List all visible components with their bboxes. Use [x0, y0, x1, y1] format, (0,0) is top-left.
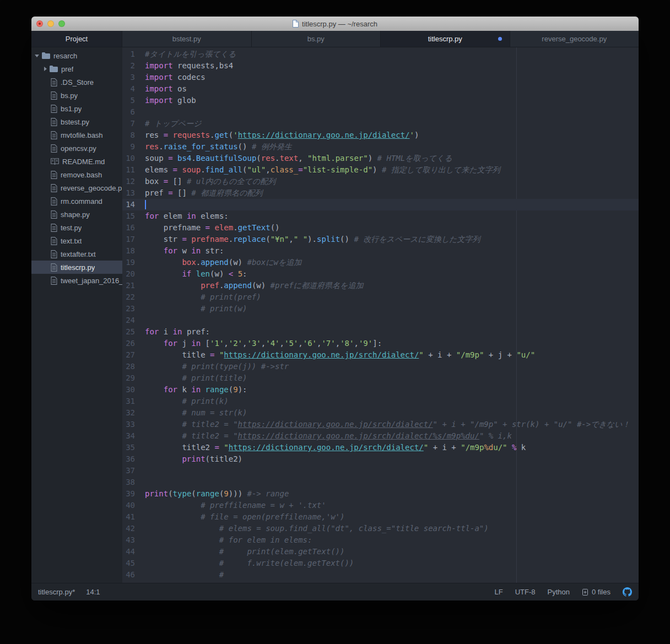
code-line[interactable]: 27 title = "https://dictionary.goo.ne.jp…	[122, 349, 639, 361]
code-line[interactable]: 36 print(title2)	[122, 453, 639, 465]
tree-item-mvtofile.bash[interactable]: mvtofile.bash	[31, 128, 122, 142]
unsaved-dot-icon	[39, 23, 41, 25]
tree-item-bstest.py[interactable]: bstest.py	[31, 115, 122, 128]
code-line[interactable]: 8res = requests.get('https://dictionary.…	[122, 129, 639, 141]
code-line[interactable]: 17 str = prefname.replace("¥n"," ").spli…	[122, 234, 639, 245]
tree-item-shape.py[interactable]: shape.py	[31, 208, 122, 221]
tree-item-remove.bash[interactable]: remove.bash	[31, 168, 122, 181]
status-encoding[interactable]: UTF-8	[515, 588, 536, 596]
status-filename[interactable]: titlescrp.py*	[38, 588, 75, 596]
github-icon[interactable]	[623, 587, 632, 597]
code-line[interactable]: 14	[122, 199, 639, 210]
tree-item-resarch[interactable]: resarch	[31, 49, 122, 62]
tab-bs.py[interactable]: bs.py	[252, 31, 381, 47]
code-line[interactable]: 10soup = bs4.BeautifulSoup(res.text, "ht…	[122, 153, 639, 164]
folder-icon	[42, 52, 50, 59]
minimize-button[interactable]	[47, 20, 54, 27]
status-git-changes[interactable]: 0 files	[582, 588, 610, 596]
chevron-right-icon[interactable]	[44, 67, 47, 71]
code-line[interactable]: 21 pref.append(w) #prefに都道府県名を追加	[122, 280, 639, 291]
code-line-content: # title2 = "https://dictionary.goo.ne.jp…	[145, 430, 639, 442]
tree-item-reverse_geocode.p[interactable]: reverse_geocode.p	[31, 181, 122, 194]
code-line[interactable]: 43 # for elem in elems:	[122, 534, 639, 546]
code-line[interactable]: 34 # title2 = "https://dictionary.goo.ne…	[122, 430, 639, 442]
tree-item-.DS_Store[interactable]: .DS_Store	[31, 75, 122, 89]
code-line[interactable]: 46 #	[122, 569, 639, 581]
code-line[interactable]: 24	[122, 315, 639, 326]
tree-item-tweet_japan_2016_[interactable]: tweet_japan_2016_	[31, 274, 122, 287]
line-number: 9	[122, 141, 145, 153]
code-line[interactable]: 47 # os.chdir("/test_dir/dir_A")	[122, 581, 639, 583]
code-line[interactable]: 30 for k in range(9):	[122, 384, 639, 396]
code-line[interactable]: 44 # print(elem.getText())	[122, 546, 639, 558]
file-icon	[51, 118, 57, 126]
code-line[interactable]: 35 title2 = "https://dictionary.goo.ne.j…	[122, 442, 639, 453]
code-line[interactable]: 11elems = soup.find_all("ul",class_="lis…	[122, 164, 639, 176]
tree-item-text.txt[interactable]: text.txt	[31, 234, 122, 247]
code-line[interactable]: 18 for w in str:	[122, 245, 639, 257]
code-line[interactable]: 25for i in pref:	[122, 326, 639, 338]
code-line[interactable]: 5import glob	[122, 95, 639, 106]
tree-item-bs.py[interactable]: bs.py	[31, 89, 122, 102]
tree-item-textafter.txt[interactable]: textafter.txt	[31, 247, 122, 261]
chevron-down-icon[interactable]	[35, 55, 39, 57]
code-line[interactable]: 45 # f.write(elem.getText())	[122, 558, 639, 569]
line-number: 21	[122, 280, 145, 291]
code-line[interactable]: 39print(type(range(9))) #-> range	[122, 488, 639, 500]
code-line[interactable]: 38	[122, 477, 639, 488]
line-number: 18	[122, 245, 145, 257]
code-line[interactable]: 32 # num = str(k)	[122, 407, 639, 419]
line-number: 27	[122, 349, 145, 361]
code-line[interactable]: 28 # print(type(j)) #->str	[122, 361, 639, 372]
code-line[interactable]: 20 if len(w) < 5:	[122, 268, 639, 280]
code-line[interactable]: 12box = [] # ul内のもの全ての配列	[122, 176, 639, 187]
code-line[interactable]: 7# トップページ	[122, 118, 639, 129]
code-line-content: prefname = elem.getText()	[145, 222, 639, 234]
code-line[interactable]: 33 # title2 = "https://dictionary.goo.ne…	[122, 419, 639, 430]
tree-item-titlescrp.py[interactable]: titlescrp.py	[31, 261, 122, 274]
code-line[interactable]: 22 # print(pref)	[122, 291, 639, 303]
tree-item-rm.command[interactable]: rm.command	[31, 194, 122, 208]
code-line[interactable]: 29 # print(title)	[122, 372, 639, 384]
code-line[interactable]: 26 for j in ['1','2','3','4','5','6','7'…	[122, 338, 639, 349]
line-number: 3	[122, 72, 145, 83]
code-line[interactable]: 9res.raise_for_status() # 例外発生	[122, 141, 639, 153]
code-line[interactable]: 1#タイトルを引っ張てくる	[122, 48, 639, 60]
code-line[interactable]: 37	[122, 465, 639, 477]
code-line[interactable]: 19 box.append(w) #boxにwを追加	[122, 257, 639, 268]
tree-item-README.md[interactable]: README.md	[31, 155, 122, 168]
code-line[interactable]: 13pref = [] # 都道府県名の配列	[122, 187, 639, 199]
tab-reverse_geocode.py[interactable]: reverse_geocode.py	[510, 31, 639, 47]
tree-item-pref[interactable]: pref	[31, 62, 122, 75]
code-line-content	[145, 477, 639, 488]
status-language[interactable]: Python	[548, 588, 570, 596]
file-icon	[51, 131, 57, 139]
code-line[interactable]: 42 # elems = soup.find_all("dt", class_=…	[122, 523, 639, 534]
file-icon	[51, 184, 57, 192]
code-line[interactable]: 2import requests,bs4	[122, 60, 639, 72]
line-number: 34	[122, 430, 145, 442]
status-cursor-position[interactable]: 14:1	[86, 588, 100, 596]
code-line[interactable]: 6	[122, 106, 639, 118]
line-number: 28	[122, 361, 145, 372]
window-titlebar[interactable]: titlescrp.py — ~/resarch	[31, 17, 639, 31]
code-line[interactable]: 23 # print(w)	[122, 303, 639, 315]
code-line[interactable]: 41 # file = open(preffilename,'w')	[122, 511, 639, 523]
tab-bstest.py[interactable]: bstest.py	[122, 31, 252, 47]
code-line[interactable]: 40 # preffilename = w + '.txt'	[122, 500, 639, 511]
close-button[interactable]	[36, 20, 43, 27]
code-line[interactable]: 16 prefname = elem.getText()	[122, 222, 639, 234]
text-editor[interactable]: 1#タイトルを引っ張てくる2import requests,bs43import…	[122, 47, 639, 583]
code-line[interactable]: 4import os	[122, 83, 639, 95]
tree-item-opencsv.py[interactable]: opencsv.py	[31, 142, 122, 155]
tree-item-test.py[interactable]: test.py	[31, 221, 122, 234]
code-line[interactable]: 31 # print(k)	[122, 396, 639, 407]
status-line-ending[interactable]: LF	[495, 588, 503, 596]
code-line[interactable]: 3import codecs	[122, 72, 639, 83]
tree-item-bs1.py[interactable]: bs1.py	[31, 102, 122, 115]
code-line-content: # for elem in elems:	[145, 534, 639, 546]
line-number: 38	[122, 477, 145, 488]
tab-titlescrp.py[interactable]: titlescrp.py	[381, 31, 510, 47]
code-line[interactable]: 15for elem in elems:	[122, 210, 639, 222]
zoom-button[interactable]	[58, 20, 65, 27]
